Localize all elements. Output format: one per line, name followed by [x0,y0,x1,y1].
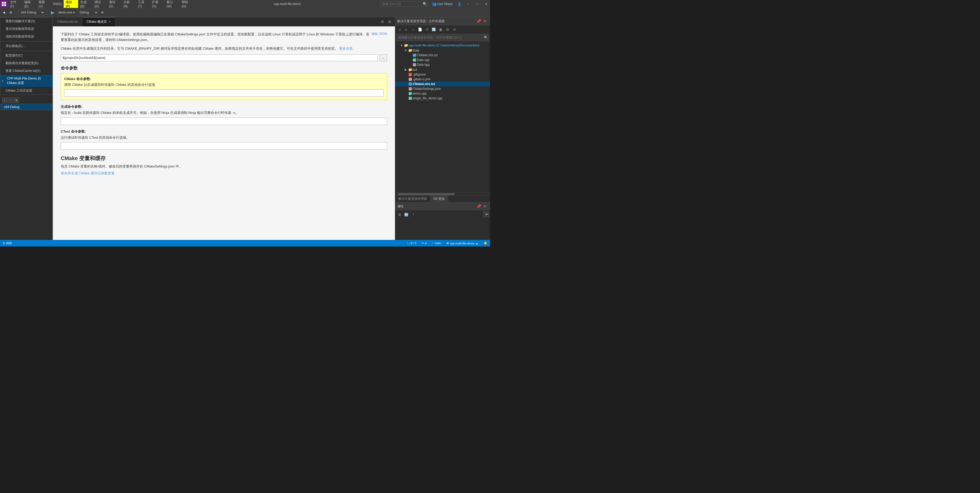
sb-errors[interactable]: ✏ 4 [419,241,429,245]
tree-cmakelists-root[interactable]: ▶ CMakeLists.txt [395,81,490,86]
ctx-clear-db-errors[interactable]: 清除浏览数据库错误 [0,33,52,40]
props-sort-btn[interactable]: 🔤 [403,211,409,218]
tree-cmake-settings[interactable]: ▶ json CMakeSettings.json [395,86,490,91]
minimize-button[interactable]: ─ [464,0,472,8]
search-icon: 🔍 [423,2,427,6]
svg-text:json: json [409,88,412,90]
tree-date-cpp[interactable]: ▶ C+ Date.cpp [395,57,490,62]
menu-extensions[interactable]: 扩展(X) [150,0,164,8]
maximize-button[interactable]: □ [473,0,481,8]
ctx-delete-cache[interactable]: 删除缓存并重新配置(D) [0,59,52,67]
run-button[interactable]: ▶ [49,9,56,16]
tab-action-settings[interactable]: ⚙ [379,19,385,25]
sb-notifications[interactable]: 🔔 [481,241,490,245]
build-dir-input[interactable] [61,54,377,61]
config-x64debug[interactable]: x64-Debug [0,104,52,110]
svg-rect-0 [2,2,4,4]
tree-demo-cpp[interactable]: ▶ C+ demo.cpp [395,91,490,96]
more-info-link[interactable]: 更多信息。 [339,46,356,51]
tree-date-hpp[interactable]: ▶ H Date.hpp [395,62,490,67]
sol-sync-btn[interactable]: ↺ [424,26,430,32]
menu-view[interactable]: 视图(V) [37,0,51,8]
menu-git[interactable]: Git(G) [51,0,64,8]
sol-home-btn[interactable]: ⌂ [410,26,416,32]
tab-cmake-overview[interactable]: CMake 概述页 ✕ [83,17,115,26]
tree-out-folder[interactable]: ▶ 📁 out [395,67,490,72]
sb-branch[interactable]: ⑂ main [429,241,444,245]
menu-tools[interactable]: 工具(T) [136,0,150,8]
tree-date-folder[interactable]: ▼ 📁 Date [395,48,490,53]
sol-forward-btn[interactable]: ▶ [403,26,409,32]
out-folder-icon: 📁 [408,68,413,72]
edit-json-link[interactable]: 编辑 JSON [371,32,387,36]
ctx-show-db-errors[interactable]: 显示浏览数据库错误 [0,25,52,33]
tab-cmakelists[interactable]: CMakeLists.txt [53,17,83,26]
tree-gitignore-label: .gitignore [413,73,426,77]
tree-cmakelists-date[interactable]: ▶ ✓ CMakeLists.txt [395,53,490,57]
sort-config-btn[interactable]: ⇅ [14,97,19,103]
account-icon[interactable]: 👤 [456,2,463,6]
tab-close-icon[interactable]: ✕ [108,20,111,24]
menu-file[interactable]: 文件(F) [8,0,22,8]
props-grid-btn[interactable]: ⊞ [396,211,402,218]
sol-close-btn[interactable]: ✕ [482,18,488,24]
sol-pin-btn[interactable]: 📌 [476,18,482,24]
tree-gitignore[interactable]: ▶ gi .gitignore [395,72,490,77]
tab-action-split[interactable]: ⊞ [387,19,393,25]
tab-git-changes[interactable]: Git 更改 [430,196,448,202]
sol-back-btn[interactable]: ◀ [396,26,402,32]
remove-config-btn[interactable]: − [8,97,13,103]
props-close-btn[interactable]: ✕ [482,203,488,209]
tree-cmakelists-root-label: CMakeLists.txt [413,82,435,86]
menu-analyze[interactable]: 分析(N) [121,0,136,8]
ctx-sep2 [0,51,52,51]
tab-solution-explorer[interactable]: 解决方案资源管理器 [395,196,430,202]
sol-settings-btn[interactable]: ⇄ [451,26,458,32]
ctx-export-template[interactable]: 导出模板(E)... [0,42,52,50]
build-cmd-input[interactable] [61,118,387,125]
sol-filter-btn[interactable]: ⊞ [444,26,451,32]
tree-root[interactable]: ▼ 📁 cpp-multi-file-demo (C:\Users\Henry\… [395,43,490,48]
platform-select[interactable]: x64-Debug [19,9,45,16]
browse-button[interactable]: ... [380,54,387,61]
debug-select[interactable]: Debug [77,9,99,16]
exe-dropdown[interactable]: demo.exe ▾ [57,9,76,16]
menu-test[interactable]: 测试(S) [107,0,121,8]
props-pin-btn[interactable]: 📌 [476,203,482,209]
ctest-cmd-input[interactable] [61,142,387,150]
menu-build[interactable]: 生成(B) [78,0,92,8]
menu-window[interactable]: 窗口(W) [164,0,180,8]
back-btn[interactable]: ◀ [1,9,6,16]
ctx-config-cache[interactable]: 配置缓存(C) [0,52,52,59]
tree-gitlab-ci[interactable]: ▶ yml .gitlab-ci.yml [395,77,490,81]
save-cmake-cache-link[interactable]: 保存并生成 CMake 缓存以加载变量 [61,171,115,175]
close-button[interactable]: ✕ [482,0,490,8]
menu-debug[interactable]: 调试(D) [92,0,107,8]
props-dropdown[interactable] [483,211,489,217]
solution-toolbar: ◀ ▶ ⌂ 📄 ↺ 🔄 ▣ ⊞ ⇄ [395,26,490,34]
ctx-rescan[interactable]: 重新扫描解决方案(S) [0,18,52,25]
solution-search-input[interactable] [396,34,489,41]
sol-new-file-btn[interactable]: 📄 [417,26,423,32]
sol-scrollbar-horizontal[interactable] [395,193,490,195]
ctx-cmake-settings[interactable]: CPP-Multi-File-Demo 的 CMake 设置 [0,75,52,87]
menu-help[interactable]: 帮助(H) [180,0,194,8]
sb-project[interactable]: ⊕ cpp-multi-file-demo ▲ [444,241,481,245]
sol-collapse-btn[interactable]: ▣ [438,26,444,32]
menu-project[interactable]: 项目(P) [64,0,78,8]
sb-status[interactable]: ⊘ 就绪 [0,240,14,247]
svg-rect-14 [409,83,412,86]
add-config-btn[interactable]: + [2,97,7,103]
ctx-view-cmake-cache[interactable]: 查看 CMakeCache.txt(V) [0,67,52,75]
sb-line-col[interactable]: ↑↓ 0 / 0 [404,241,419,245]
props-help-btn[interactable]: ? [410,211,416,218]
tree-single-file-demo[interactable]: ▶ C+ single_file_demo.cpp [395,96,490,101]
ctx-cmake-workspace[interactable]: CMake 工作区设置 [0,87,52,94]
search-input[interactable] [380,1,428,7]
menu-edit[interactable]: 编辑(E) [22,0,37,8]
cmake-cmd-input[interactable] [64,89,383,97]
sol-refresh-btn[interactable]: 🔄 [431,26,437,32]
settings-dropdown-btn[interactable]: ⚙ [8,9,14,16]
live-share-button[interactable]: 👥 Live Share [430,0,455,8]
debug-options-btn[interactable]: ⊕ [100,9,105,16]
